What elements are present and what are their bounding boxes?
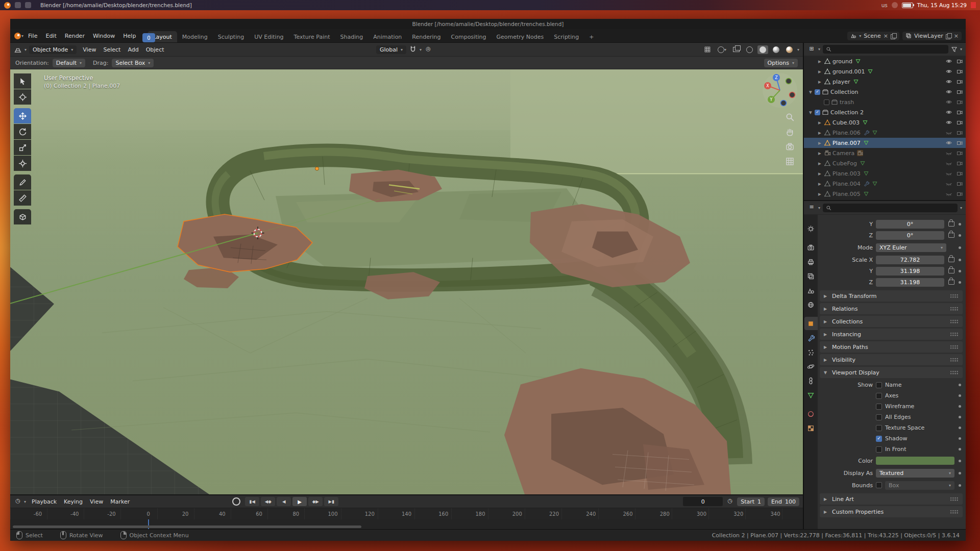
hide-in-viewport-eye-icon[interactable]: [945, 109, 952, 116]
workspace-tab[interactable]: Animation: [368, 31, 407, 42]
properties-tab[interactable]: [804, 374, 818, 387]
outliner-row[interactable]: ▶ Plane.005: [804, 189, 966, 199]
blender-app-icon[interactable]: [4, 2, 11, 9]
disable-in-renders-camera-icon[interactable]: [956, 190, 963, 197]
properties-tab[interactable]: [804, 269, 818, 283]
display-option-checkbox[interactable]: [876, 425, 882, 431]
hide-in-viewport-eye-icon[interactable]: [945, 88, 952, 95]
animate-dot[interactable]: [959, 448, 961, 450]
expander-icon[interactable]: ▶: [817, 151, 822, 156]
viewport-display-panel-header[interactable]: ▼ Viewport Display: [820, 367, 963, 378]
hide-in-viewport-eye-icon[interactable]: [945, 190, 952, 197]
display-option-checkbox[interactable]: [876, 382, 882, 388]
timeline-scrollbar[interactable]: [13, 525, 361, 528]
blender-titlebar[interactable]: Blender [/home/amalie/Desktop/blender/tr…: [10, 19, 966, 29]
hide-in-viewport-eye-icon[interactable]: [945, 129, 952, 136]
collapsed-panel-header[interactable]: ▶ Line Art: [820, 493, 963, 505]
editor-type-icon[interactable]: ◷: [14, 497, 22, 506]
viewport-tool-button[interactable]: [14, 73, 31, 89]
proportional-editing-icon[interactable]: ◎: [424, 45, 432, 54]
viewport-menu-item[interactable]: Select: [100, 45, 124, 55]
drag-dropdown[interactable]: Select Box▾: [112, 59, 154, 67]
hide-in-viewport-eye-icon[interactable]: [945, 68, 952, 75]
pan-hand-icon[interactable]: [785, 127, 795, 137]
outliner-row[interactable]: ▼ Collection 2: [804, 107, 966, 117]
object-name[interactable]: Plane.005: [832, 191, 861, 197]
bounds-dropdown[interactable]: Box▾: [885, 481, 954, 490]
disable-in-renders-camera-icon[interactable]: [956, 109, 963, 116]
scale-value-field[interactable]: 72.782: [876, 256, 944, 264]
workspace-tab[interactable]: Shading: [335, 31, 369, 42]
object-name[interactable]: Collection 2: [830, 109, 864, 116]
outliner-row[interactable]: ▶ Camera: [804, 148, 966, 158]
animate-dot[interactable]: [959, 270, 961, 272]
properties-tab[interactable]: [804, 284, 818, 297]
timeline-menu-item[interactable]: View: [86, 497, 107, 507]
hide-in-viewport-eye-icon[interactable]: [945, 149, 952, 157]
collapsed-panel-header[interactable]: ▶ Delta Transform: [820, 290, 963, 302]
expander-icon[interactable]: ▶: [817, 69, 822, 74]
expander-icon[interactable]: ▶: [817, 161, 822, 166]
disable-in-renders-camera-icon[interactable]: [956, 160, 963, 167]
shading-rendered-button[interactable]: [784, 45, 795, 54]
animate-dot[interactable]: [959, 394, 961, 397]
animate-dot[interactable]: [959, 246, 961, 249]
animate-dot[interactable]: [959, 472, 961, 474]
play-button[interactable]: ▶: [292, 497, 307, 506]
bounds-checkbox[interactable]: [876, 482, 882, 488]
expander-icon[interactable]: ▶: [817, 59, 822, 64]
display-option-checkbox[interactable]: [876, 414, 882, 420]
animate-dot[interactable]: [959, 384, 961, 386]
outliner-row[interactable]: ▶ Plane.004: [804, 179, 966, 189]
hide-in-viewport-eye-icon[interactable]: [945, 170, 952, 177]
properties-search-input[interactable]: [823, 204, 958, 212]
outliner-search-input[interactable]: [823, 45, 948, 54]
display-option-checkbox[interactable]: [876, 446, 882, 453]
object-name[interactable]: Collection: [830, 89, 858, 95]
hide-in-viewport-eye-icon[interactable]: [945, 180, 952, 187]
object-name[interactable]: ground: [832, 58, 852, 65]
viewport-color-swatch[interactable]: [876, 457, 954, 465]
workspace-tab[interactable]: Geometry Nodes: [491, 31, 549, 42]
remove-view-layer-icon[interactable]: ×: [954, 33, 959, 39]
animate-dot[interactable]: [959, 405, 961, 408]
outliner-row[interactable]: ▶ Plane.007: [804, 138, 966, 148]
display-option-checkbox[interactable]: [876, 393, 882, 399]
frame-end-field[interactable]: End100: [768, 497, 799, 506]
timeline-track-area[interactable]: [10, 519, 803, 529]
disable-in-renders-camera-icon[interactable]: [956, 170, 963, 177]
properties-tab[interactable]: [804, 345, 818, 359]
panel-grip-icon[interactable]: [950, 332, 959, 336]
keyboard-layout-indicator[interactable]: us: [881, 2, 888, 8]
workspace-tab[interactable]: Compositing: [446, 31, 492, 42]
animate-dot[interactable]: [959, 259, 961, 261]
viewport-tool-button[interactable]: [14, 124, 31, 139]
panel-grip-icon[interactable]: [950, 294, 959, 298]
new-scene-icon[interactable]: [891, 33, 896, 39]
animate-dot[interactable]: [959, 427, 961, 429]
animate-dot[interactable]: [959, 416, 961, 418]
previous-keyframe-button[interactable]: ◀◆: [261, 497, 275, 506]
viewport-tool-button[interactable]: [14, 190, 31, 206]
object-name[interactable]: player: [832, 79, 850, 85]
disable-in-renders-camera-icon[interactable]: [956, 58, 963, 65]
outliner-row[interactable]: ▼ Collection: [804, 87, 966, 97]
topbar-menu-item[interactable]: Render: [61, 31, 89, 41]
panel-grip-icon[interactable]: [950, 510, 959, 514]
object-name[interactable]: Plane.004: [832, 181, 861, 187]
timeline-menu-item[interactable]: Playback: [28, 497, 60, 507]
new-view-layer-icon[interactable]: [946, 33, 951, 39]
camera-view-icon[interactable]: [785, 142, 795, 152]
display-as-dropdown[interactable]: Textured▾: [876, 469, 954, 478]
object-name[interactable]: trash: [840, 99, 854, 106]
tray-icon[interactable]: [892, 2, 898, 8]
workspace-tab[interactable]: UV Editing: [249, 31, 288, 42]
animate-dot[interactable]: [959, 437, 961, 440]
hide-in-viewport-eye-icon[interactable]: [945, 160, 952, 167]
frame-start-field[interactable]: Start1: [737, 497, 765, 506]
properties-tab[interactable]: [804, 241, 818, 254]
viewport-canvas[interactable]: User Perspective (0) Collection 2 | Plan…: [10, 69, 803, 494]
collection-checkbox[interactable]: [815, 110, 820, 115]
collection-checkbox[interactable]: [815, 89, 820, 95]
outliner-row[interactable]: ▶ player: [804, 77, 966, 87]
